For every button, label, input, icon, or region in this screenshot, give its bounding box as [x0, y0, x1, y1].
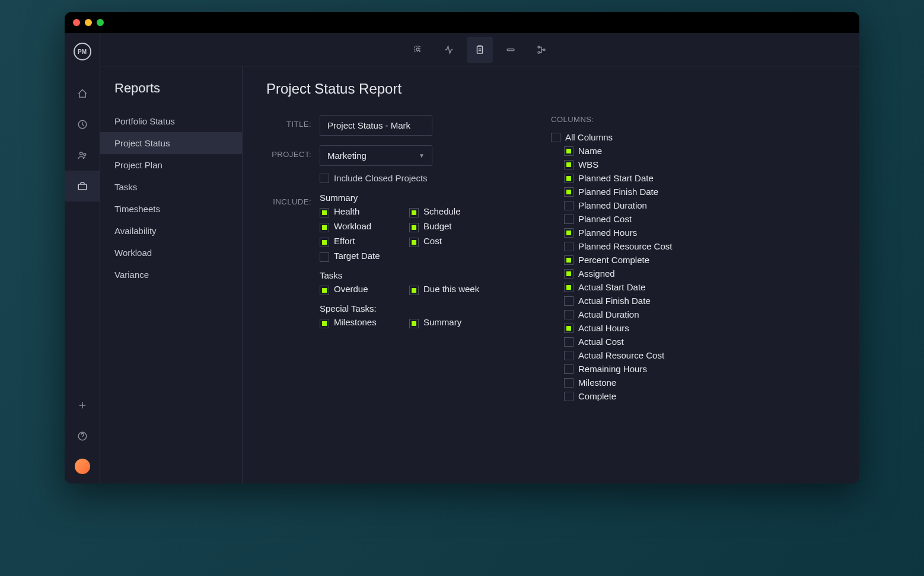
svg-rect-3: [78, 184, 87, 190]
report-panel: Project Status Report TITLE: PROJECT:: [243, 66, 859, 484]
column-label: Actual Duration: [578, 309, 639, 319]
include-closed-checkbox[interactable]: [320, 174, 329, 183]
column-label: Assigned: [578, 268, 615, 279]
summary-label: Effort: [334, 236, 355, 246]
topbar: [100, 33, 859, 66]
team-icon[interactable]: [65, 140, 100, 171]
project-value: Marketing: [327, 151, 367, 161]
special-checkbox-milestones[interactable]: [320, 319, 329, 328]
search-icon[interactable]: [405, 37, 431, 63]
summary-checkbox-target-date[interactable]: [320, 252, 329, 262]
column-checkbox-planned-hours[interactable]: [564, 228, 573, 238]
titlebar: [65, 12, 859, 33]
column-checkbox-name[interactable]: [564, 146, 573, 156]
sidebar-item-timesheets[interactable]: Timesheets: [100, 198, 242, 220]
summary-checkbox-cost[interactable]: [409, 238, 419, 247]
app-window: PM: [65, 12, 859, 484]
column-label: Actual Finish Date: [578, 296, 651, 306]
svg-point-2: [83, 153, 85, 156]
column-checkbox-actual-hours[interactable]: [564, 324, 573, 333]
chevron-down-icon: ▼: [419, 152, 425, 159]
column-checkbox-percent-complete[interactable]: [564, 255, 573, 265]
app-logo[interactable]: PM: [74, 43, 91, 60]
column-checkbox-actual-start-date[interactable]: [564, 283, 573, 292]
tasks-label: Due this week: [423, 284, 479, 294]
column-checkbox-actual-cost[interactable]: [564, 337, 573, 347]
column-checkbox-planned-resource-cost[interactable]: [564, 242, 573, 251]
column-label: Percent Complete: [578, 255, 649, 265]
sidebar-item-project-plan[interactable]: Project Plan: [100, 154, 242, 176]
column-label: Planned Cost: [578, 214, 632, 224]
column-checkbox-planned-start-date[interactable]: [564, 174, 573, 183]
column-label: Remaining Hours: [578, 364, 647, 374]
home-icon[interactable]: [65, 78, 100, 109]
avatar[interactable]: [75, 459, 90, 474]
tasks-checkbox-due-this-week[interactable]: [409, 286, 419, 295]
all-columns-checkbox[interactable]: [551, 133, 560, 142]
svg-point-1: [79, 152, 82, 155]
special-heading: Special Tasks:: [320, 303, 492, 313]
project-select[interactable]: Marketing ▼: [320, 145, 432, 166]
sidebar-item-portfolio-status[interactable]: Portfolio Status: [100, 110, 242, 132]
svg-point-9: [538, 46, 540, 48]
column-label: Planned Finish Date: [578, 187, 658, 197]
maximize-icon[interactable]: [97, 19, 104, 26]
special-label: Milestones: [334, 317, 377, 327]
svg-rect-8: [507, 49, 514, 50]
tasks-checkbox-overdue[interactable]: [320, 286, 329, 295]
summary-label: Budget: [423, 221, 452, 231]
close-icon[interactable]: [73, 19, 80, 26]
column-checkbox-actual-resource-cost[interactable]: [564, 351, 573, 360]
column-checkbox-planned-duration[interactable]: [564, 201, 573, 210]
hierarchy-icon[interactable]: [528, 37, 555, 63]
column-checkbox-remaining-hours[interactable]: [564, 364, 573, 374]
column-checkbox-complete[interactable]: [564, 392, 573, 401]
column-label: Planned Resource Cost: [578, 241, 672, 251]
minimize-icon[interactable]: [85, 19, 92, 26]
clipboard-icon[interactable]: [467, 37, 493, 63]
sidebar-item-availability[interactable]: Availability: [100, 220, 242, 242]
svg-point-10: [538, 52, 540, 53]
summary-label: Cost: [423, 236, 442, 246]
summary-checkbox-budget[interactable]: [409, 223, 419, 232]
link-icon[interactable]: [498, 37, 524, 63]
briefcase-icon[interactable]: [65, 171, 100, 201]
column-checkbox-planned-cost[interactable]: [564, 215, 573, 224]
tasks-heading: Tasks: [320, 270, 492, 280]
column-checkbox-assigned[interactable]: [564, 269, 573, 279]
column-label: Actual Cost: [578, 337, 624, 347]
tasks-label: Overdue: [334, 284, 368, 294]
special-label: Summary: [423, 317, 461, 327]
summary-checkbox-workload[interactable]: [320, 223, 329, 232]
column-checkbox-actual-finish-date[interactable]: [564, 296, 573, 306]
include-label: INCLUDE:: [266, 193, 320, 206]
summary-checkbox-health[interactable]: [320, 208, 329, 217]
icon-rail: PM: [65, 33, 100, 484]
column-label: Complete: [578, 391, 616, 401]
clock-icon[interactable]: [65, 109, 100, 140]
svg-rect-7: [477, 46, 483, 53]
summary-checkbox-schedule[interactable]: [409, 208, 419, 217]
title-input[interactable]: [320, 115, 432, 136]
help-icon[interactable]: [65, 421, 100, 452]
column-checkbox-milestone[interactable]: [564, 378, 573, 388]
summary-checkbox-effort[interactable]: [320, 238, 329, 247]
column-checkbox-wbs[interactable]: [564, 160, 573, 169]
reports-sidebar: Reports Portfolio StatusProject StatusPr…: [100, 66, 243, 484]
page-title: Project Status Report: [266, 81, 836, 97]
special-checkbox-summary[interactable]: [409, 319, 419, 328]
sidebar-item-variance[interactable]: Variance: [100, 264, 242, 286]
summary-label: Workload: [334, 221, 371, 231]
all-columns-label: All Columns: [565, 132, 613, 142]
column-label: Actual Start Date: [578, 282, 645, 292]
sidebar-item-tasks[interactable]: Tasks: [100, 176, 242, 198]
sidebar-item-project-status[interactable]: Project Status: [100, 132, 242, 154]
activity-icon[interactable]: [436, 37, 462, 63]
sidebar-item-workload[interactable]: Workload: [100, 242, 242, 264]
summary-heading: Summary: [320, 193, 492, 203]
summary-label: Target Date: [334, 251, 380, 261]
project-label: PROJECT:: [266, 145, 320, 159]
column-checkbox-planned-finish-date[interactable]: [564, 187, 573, 197]
column-checkbox-actual-duration[interactable]: [564, 310, 573, 319]
plus-icon[interactable]: [65, 390, 100, 421]
